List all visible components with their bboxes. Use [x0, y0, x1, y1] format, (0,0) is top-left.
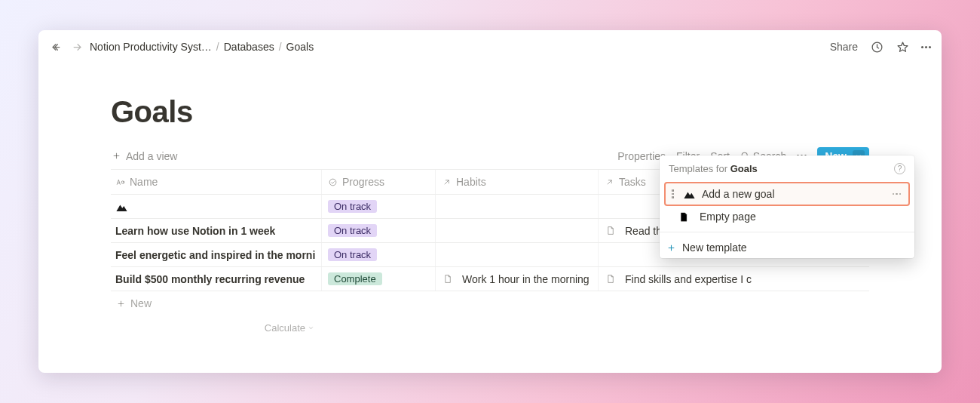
breadcrumb-item[interactable]: Databases: [224, 41, 274, 53]
cell-habits[interactable]: [436, 195, 599, 218]
status-badge: On track: [328, 200, 377, 213]
status-badge: On track: [328, 248, 377, 261]
breadcrumb-separator: /: [216, 41, 219, 53]
svg-point-11: [329, 179, 336, 186]
popover-header: Templates for Goals ?: [660, 155, 914, 182]
plus-icon: [666, 242, 676, 253]
breadcrumb-item[interactable]: Goals: [286, 41, 314, 53]
page-icon: [442, 273, 453, 285]
status-badge: On track: [328, 224, 377, 237]
cell-name[interactable]: [111, 195, 322, 218]
column-header-habits[interactable]: Habits: [436, 170, 599, 194]
plus-icon: [111, 151, 121, 162]
cell-name[interactable]: Learn how use Notion in 1 week: [111, 219, 322, 242]
template-item-label: Add a new goal: [702, 188, 887, 200]
page-icon: [605, 273, 616, 285]
cell-progress[interactable]: Complete: [322, 267, 436, 291]
column-header-label: Progress: [342, 176, 384, 188]
breadcrumb-separator: /: [279, 41, 282, 53]
column-header-progress[interactable]: Progress: [322, 170, 436, 194]
page-icon: [605, 225, 616, 236]
relation-chip[interactable]: Find skills and expertise I c: [625, 273, 752, 285]
svg-line-13: [608, 180, 611, 183]
new-row-label: New: [130, 297, 152, 309]
app-window: Notion Productivity Syst… / Databases / …: [38, 30, 942, 373]
svg-line-5: [877, 47, 878, 48]
svg-marker-14: [116, 205, 127, 211]
popover-heading-prefix: Templates for: [669, 163, 730, 174]
column-header-label: Tasks: [619, 176, 646, 188]
plus-icon: [115, 298, 126, 309]
column-header-name[interactable]: Name: [111, 170, 322, 194]
topbar: Notion Productivity Syst… / Databases / …: [38, 30, 942, 63]
cell-name-text: Feel energetic and inspired in the morni…: [115, 249, 315, 261]
share-button[interactable]: Share: [830, 41, 858, 53]
column-header-label: Name: [130, 176, 158, 188]
cell-habits[interactable]: [436, 219, 599, 242]
svg-marker-17: [684, 192, 694, 198]
more-menu-icon[interactable]: [921, 46, 931, 48]
cell-name-text: Learn how use Notion in 1 week: [115, 225, 275, 237]
calculate-row: Calculate: [111, 315, 869, 340]
relation-chip[interactable]: Work 1 hour in the morning: [462, 273, 590, 285]
updates-icon[interactable]: [870, 40, 884, 54]
cell-progress[interactable]: On track: [322, 219, 436, 242]
cell-progress[interactable]: On track: [322, 243, 436, 266]
cell-name-text: Build $500 monthly recurring revenue: [115, 273, 305, 285]
add-view-label: Add a view: [126, 150, 177, 162]
popover-separator: [660, 232, 914, 232]
template-item-empty-page[interactable]: Empty page: [660, 206, 914, 227]
favorite-star-icon[interactable]: [896, 40, 909, 54]
mountain-icon: [683, 189, 696, 198]
cell-progress[interactable]: On track: [322, 195, 436, 218]
new-template-label: New template: [682, 241, 907, 254]
svg-line-12: [445, 180, 449, 183]
nav-back-button[interactable]: [49, 40, 63, 54]
breadcrumb-item[interactable]: Notion Productivity Syst…: [90, 41, 212, 53]
column-header-label: Habits: [456, 176, 486, 188]
svg-marker-6: [898, 42, 908, 51]
cell-habits[interactable]: [436, 243, 599, 266]
templates-popover: Templates for Goals ? Add a new goal Emp…: [660, 155, 914, 258]
status-badge: Complete: [328, 272, 382, 285]
cell-habits[interactable]: Work 1 hour in the morning: [436, 267, 599, 291]
drag-handle-icon[interactable]: [672, 189, 677, 198]
breadcrumb: Notion Productivity Syst… / Databases / …: [90, 41, 314, 53]
help-icon[interactable]: ?: [894, 163, 905, 174]
table-row[interactable]: Build $500 monthly recurring revenueComp…: [111, 267, 869, 291]
calculate-label: Calculate: [265, 322, 305, 334]
add-view-button[interactable]: Add a view: [111, 150, 177, 162]
calculate-button[interactable]: Calculate: [111, 315, 322, 340]
new-template-button[interactable]: New template: [660, 237, 914, 258]
template-item-label: Empty page: [700, 211, 907, 223]
cell-name[interactable]: Build $500 monthly recurring revenue: [111, 267, 322, 291]
cell-tasks[interactable]: Find skills and expertise I c: [599, 267, 868, 291]
new-row-button[interactable]: New: [111, 291, 869, 315]
template-item-add-new-goal[interactable]: Add a new goal: [664, 182, 910, 206]
popover-heading-subject: Goals: [730, 163, 758, 174]
page-icon: [678, 211, 689, 223]
mountain-icon: [115, 202, 128, 211]
cell-name[interactable]: Feel energetic and inspired in the morni…: [111, 243, 322, 266]
properties-button[interactable]: Properties: [617, 150, 666, 162]
page-title[interactable]: Goals: [111, 95, 869, 129]
template-item-more-icon[interactable]: [893, 193, 902, 195]
nav-forward-button[interactable]: [70, 40, 84, 54]
